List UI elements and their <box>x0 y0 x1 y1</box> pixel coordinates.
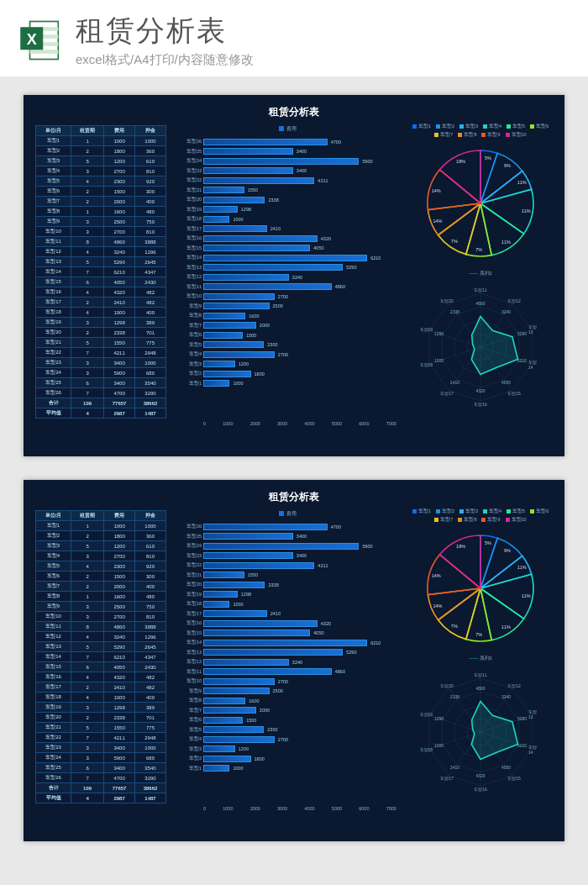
bar-row: 车型42700 <box>178 350 396 360</box>
bar <box>203 562 314 569</box>
bar-row: 车型31200 <box>178 360 396 370</box>
header-text: 租赁分析表 excel格式/A4打印/内容随意修改 <box>76 12 570 68</box>
bar-row: 车型154050 <box>178 244 396 254</box>
radar-value-label: 2338 <box>450 694 459 699</box>
bar-value: 4320 <box>321 236 331 241</box>
bar <box>203 543 359 550</box>
bar-label: 车型15 <box>178 245 202 251</box>
bar-label: 车型7 <box>178 323 202 329</box>
table-header: 押金 <box>135 126 166 136</box>
bar-label: 车型24 <box>178 543 202 549</box>
bar <box>203 158 359 165</box>
bar-row: 车型81600 <box>178 696 396 706</box>
bar-label: 车型21 <box>178 187 202 193</box>
table-row: 车型1110001000 <box>36 136 166 146</box>
bar <box>203 649 343 656</box>
bar-label: 车型16 <box>178 620 202 626</box>
bar <box>203 610 267 617</box>
analysis-panel: 租赁分析表单位/月租赁期费用押金车型1110001000车型221800360车… <box>24 95 564 456</box>
table-row: 车型1722410482 <box>36 682 166 693</box>
table-row: 车型221800360 <box>36 531 166 541</box>
legend-item: 车型5 <box>507 124 525 129</box>
radar-axis-label: 车型20 <box>440 298 454 303</box>
bar-row: 车型102700 <box>178 292 396 302</box>
bar-row: 车型42700 <box>178 735 396 745</box>
bar-row: 车型21800 <box>178 369 396 379</box>
pie-slice-label: 14% <box>433 603 442 608</box>
bar-label: 车型12 <box>178 659 202 665</box>
bar-row: 车型123240 <box>178 657 396 667</box>
bar-row: 车型135290 <box>178 648 396 658</box>
bar <box>203 668 332 675</box>
table-row: 车型811600480 <box>36 207 166 217</box>
bar <box>203 582 265 588</box>
radar-chart: 车型114860车型123240车型135290车型146210车型154050… <box>413 280 548 414</box>
svg-text:X: X <box>27 30 37 47</box>
bar-row: 车型264700 <box>178 137 396 147</box>
bar <box>203 707 256 714</box>
radar-legend: 系列1 <box>405 271 556 277</box>
table-row: 车型621500300 <box>36 187 166 197</box>
radar-value-label: 3240 <box>501 309 511 314</box>
bar-legend: 费用 <box>178 125 396 133</box>
bar-label: 车型15 <box>178 630 202 636</box>
radar-value-label: 4320 <box>475 773 485 778</box>
header: X 租赁分析表 excel格式/A4打印/内容随意修改 <box>0 0 588 76</box>
table-row: 车型1110001000 <box>36 521 166 531</box>
bar-value: 4320 <box>321 621 331 626</box>
bar <box>203 245 310 251</box>
bar-value: 2410 <box>270 611 281 616</box>
radar-value-label: 1298 <box>434 331 444 336</box>
table-row: 车型26747003290 <box>36 388 166 398</box>
bar-value: 2700 <box>278 679 288 684</box>
bar-value: 1800 <box>255 756 265 761</box>
bar-row: 车型146210 <box>178 253 396 263</box>
bar <box>203 351 275 358</box>
bar-row: 车型11000 <box>178 764 396 774</box>
bar-label: 车型5 <box>178 342 202 348</box>
radar-value-label: 2410 <box>450 765 459 770</box>
bar-value: 5290 <box>346 265 356 270</box>
bar-row: 车型52300 <box>178 725 396 735</box>
bar-row: 车型202338 <box>178 195 396 205</box>
bar <box>203 717 243 724</box>
radar-value-label: 4860 <box>475 301 485 306</box>
pie-slice-label: 11% <box>501 624 511 630</box>
bar-value: 4860 <box>335 669 345 674</box>
table-row: 车型932500750 <box>36 602 166 612</box>
bar-value: 2300 <box>267 727 277 732</box>
bar-value: 1500 <box>246 718 256 723</box>
pie-slice-label: 11% <box>522 593 531 598</box>
bar-value: 3400 <box>297 553 307 558</box>
bar-value: 6210 <box>370 640 381 645</box>
bar-value: 2338 <box>268 198 278 203</box>
bar-row: 车型61500 <box>178 715 396 725</box>
bar-value: 3240 <box>292 275 302 280</box>
svg-rect-4 <box>30 50 59 54</box>
bar-label: 车型13 <box>178 265 202 271</box>
bar-label: 车型3 <box>178 361 202 367</box>
pie-slice-label: 5% <box>485 540 491 545</box>
radar-axis-label: 车型19 <box>420 712 433 717</box>
bar-value: 5900 <box>362 159 372 164</box>
legend-item: 车型3 <box>459 508 478 514</box>
bar-label: 车型7 <box>178 708 202 714</box>
table-row: 车型23334001000 <box>36 743 166 753</box>
bar-xaxis: 01000200030004000500060007000 <box>203 806 396 811</box>
radar-value-label: 1000 <box>434 358 444 363</box>
bar-row: 车型253400 <box>178 147 396 157</box>
bar <box>203 313 245 319</box>
pie-legend: 车型1车型2车型3车型4车型5车型6车型7车型8车型9车型10 <box>405 508 556 523</box>
bar-label: 车型16 <box>178 235 202 241</box>
bar-row: 车型123240 <box>178 272 396 282</box>
radar-axis-label: 车型16 <box>474 787 487 792</box>
pie-slice-label: 14% <box>432 188 441 193</box>
radar-value-label: 3240 <box>501 694 511 699</box>
page-subtitle: excel格式/A4打印/内容随意修改 <box>76 52 570 68</box>
bar-value: 1298 <box>241 592 251 597</box>
bar-value: 4700 <box>331 140 341 145</box>
radar-value-label: 4860 <box>475 686 485 691</box>
bar <box>203 216 229 223</box>
right-charts: 车型1车型2车型3车型4车型5车型6车型7车型8车型9车型105%9%11%11… <box>405 508 556 819</box>
table-row: 车型26747003290 <box>36 773 166 783</box>
